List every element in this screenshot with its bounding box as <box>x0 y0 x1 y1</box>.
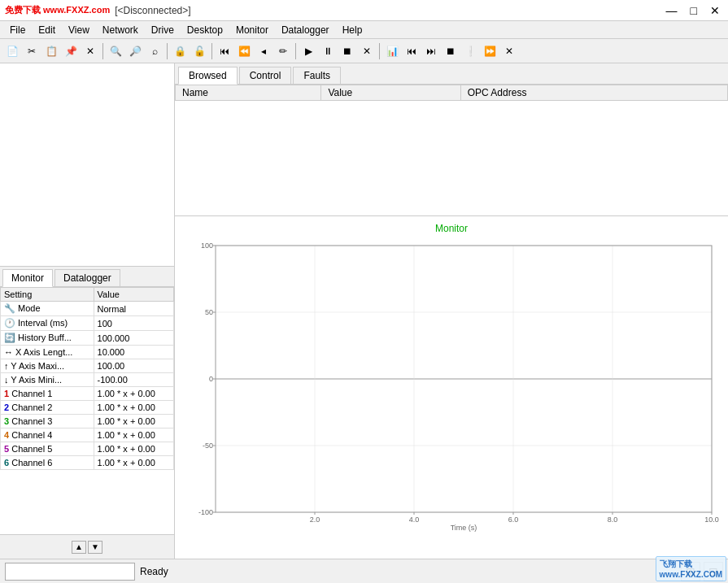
channel-number-icon: 4 <box>4 430 9 440</box>
setting-value: 1.00 * x + 0.00 <box>94 415 173 429</box>
menu-item-network[interactable]: Network <box>96 23 145 37</box>
toolbar-new[interactable]: 📄 <box>3 42 21 60</box>
toolbar-log5[interactable]: ❕ <box>461 42 479 60</box>
toolbar-delete[interactable]: ✕ <box>81 42 99 60</box>
bottom-bar: Ready ⊞ ⊟ 飞翔下载 www.FXXZ.COM <box>0 559 728 583</box>
toolbar-play[interactable]: ▶ <box>299 42 317 60</box>
settings-table: Setting Value 🔧 Mode Normal 🕐 Interval (… <box>0 287 174 534</box>
setting-icon: ↓ <box>4 375 9 385</box>
setting-icon: 🔧 <box>4 303 15 313</box>
setting-value: 100 <box>94 316 173 331</box>
setting-icon: 🕐 <box>4 318 15 328</box>
settings-row[interactable]: 2 Channel 2 1.00 * x + 0.00 <box>1 401 174 415</box>
left-panel: Monitor Datalogger Setting Value 🔧 Mode … <box>0 63 175 559</box>
setting-value: 100.00 <box>94 359 173 373</box>
minimize-button[interactable]: — <box>663 4 681 17</box>
setting-name: 🔧 Mode <box>1 302 94 316</box>
setting-value: 1.00 * x + 0.00 <box>94 456 173 470</box>
setting-value: -100.00 <box>94 373 173 387</box>
setting-value: 1.00 * x + 0.00 <box>94 401 173 415</box>
toolbar-lock[interactable]: 🔒 <box>171 42 189 60</box>
menu-item-help[interactable]: Help <box>336 23 369 37</box>
toolbar-stop[interactable]: ⏹ <box>338 42 356 60</box>
menu-item-file[interactable]: File <box>3 23 32 37</box>
maximize-button[interactable]: □ <box>687 4 700 17</box>
scroll-down[interactable]: ▼ <box>88 541 102 554</box>
menu-item-monitor[interactable]: Monitor <box>229 23 275 37</box>
tab-datalogger[interactable]: Datalogger <box>54 269 120 286</box>
tab-control[interactable]: Control <box>239 67 292 84</box>
settings-row[interactable]: 6 Channel 6 1.00 * x + 0.00 <box>1 456 174 470</box>
toolbar-search3[interactable]: ⌕ <box>146 42 163 60</box>
settings-row[interactable]: 🔧 Mode Normal <box>1 302 174 316</box>
toolbar-cut[interactable]: ✂ <box>23 42 41 60</box>
menu-item-edit[interactable]: Edit <box>32 23 62 37</box>
setting-name: 🕐 Interval (ms) <box>1 316 94 331</box>
browse-table-area: Name Value OPC Address <box>175 85 728 216</box>
settings-row[interactable]: 🕐 Interval (ms) 100 <box>1 316 174 331</box>
toolbar-rewind[interactable]: ⏮ <box>216 42 233 60</box>
toolbar-search2[interactable]: 🔎 <box>126 42 144 60</box>
menu-item-drive[interactable]: Drive <box>145 23 181 37</box>
scroll-up[interactable]: ▲ <box>72 541 86 554</box>
toolbar-log3[interactable]: ⏭ <box>422 42 440 60</box>
settings-row[interactable]: 4 Channel 4 1.00 * x + 0.00 <box>1 429 174 442</box>
toolbar: 📄 ✂ 📋 📌 ✕ 🔍 🔎 ⌕ 🔒 🔓 ⏮ ⏪ ◂ ✏ ▶ ⏸ ⏹ ✕ 📊 ⏮ … <box>0 39 728 63</box>
setting-icon: ↔ <box>4 347 13 357</box>
menu-item-view[interactable]: View <box>62 23 96 37</box>
chart-container <box>183 237 720 533</box>
right-panel: Browsed Control Faults Name Value OPC Ad… <box>175 63 728 559</box>
toolbar-copy[interactable]: 📋 <box>42 42 60 60</box>
close-button[interactable]: ✕ <box>707 4 723 17</box>
left-scroll-area: ▲ ▼ <box>0 534 174 559</box>
status-input[interactable] <box>5 563 135 581</box>
setting-value: 100.000 <box>94 331 173 346</box>
toolbar-log2[interactable]: ⏮ <box>403 42 421 60</box>
watermark: 飞翔下载 www.FXXZ.COM <box>656 556 726 581</box>
setting-value: 10.000 <box>94 346 173 359</box>
settings-row[interactable]: 🔄 History Buff... 100.000 <box>1 331 174 346</box>
toolbar-sep-3 <box>211 43 212 59</box>
toolbar-log6[interactable]: ⏩ <box>481 42 499 60</box>
setting-name: 5 Channel 5 <box>1 442 94 456</box>
setting-value: 1.00 * x + 0.00 <box>94 429 173 442</box>
monitor-chart-title: Monitor <box>183 223 720 234</box>
toolbar-unlock[interactable]: 🔓 <box>190 42 208 60</box>
setting-name: 2 Channel 2 <box>1 401 94 415</box>
settings-row[interactable]: ↑ Y Axis Maxi... 100.00 <box>1 359 174 373</box>
toolbar-paste[interactable]: 📌 <box>62 42 80 60</box>
toolbar-sep-2 <box>167 43 168 59</box>
setting-name: 6 Channel 6 <box>1 456 94 470</box>
title-bar-left: 免费下载 www.FXXZ.com [<Disconnected>] <box>5 4 191 16</box>
toolbar-search1[interactable]: 🔍 <box>107 42 124 60</box>
watermark-logo: 飞翔下载 <box>660 559 692 568</box>
tab-browsed[interactable]: Browsed <box>178 67 238 85</box>
title-bar-controls: — □ ✕ <box>663 4 723 17</box>
toolbar-step-back[interactable]: ◂ <box>255 42 272 60</box>
settings-row[interactable]: 5 Channel 5 1.00 * x + 0.00 <box>1 442 174 456</box>
toolbar-log4[interactable]: ⏹ <box>442 42 460 60</box>
toolbar-log1[interactable]: 📊 <box>383 42 401 60</box>
setting-icon: 🔄 <box>4 333 15 342</box>
top-left-area <box>0 63 174 267</box>
tab-faults[interactable]: Faults <box>293 67 341 84</box>
settings-row[interactable]: ↓ Y Axis Mini... -100.00 <box>1 373 174 387</box>
main-content: Monitor Datalogger Setting Value 🔧 Mode … <box>0 63 728 559</box>
settings-row[interactable]: 1 Channel 1 1.00 * x + 0.00 <box>1 387 174 401</box>
setting-name: ↑ Y Axis Maxi... <box>1 359 94 373</box>
toolbar-pause[interactable]: ⏸ <box>319 42 337 60</box>
toolbar-log7[interactable]: ✕ <box>500 42 518 60</box>
browse-col-opc: OPC Address <box>460 85 727 101</box>
setting-value: Normal <box>94 302 173 316</box>
toolbar-rewind2[interactable]: ⏪ <box>235 42 253 60</box>
menu-item-datalogger[interactable]: Datalogger <box>275 23 336 37</box>
toolbar-edit[interactable]: ✏ <box>274 42 292 60</box>
toolbar-stop2[interactable]: ✕ <box>358 42 376 60</box>
toolbar-sep-5 <box>379 43 380 59</box>
setting-name: 3 Channel 3 <box>1 415 94 429</box>
channel-number-icon: 6 <box>4 458 9 468</box>
settings-row[interactable]: 3 Channel 3 1.00 * x + 0.00 <box>1 415 174 429</box>
tab-monitor[interactable]: Monitor <box>2 269 53 287</box>
settings-row[interactable]: ↔ X Axis Lengt... 10.000 <box>1 346 174 359</box>
menu-item-desktop[interactable]: Desktop <box>181 23 229 37</box>
